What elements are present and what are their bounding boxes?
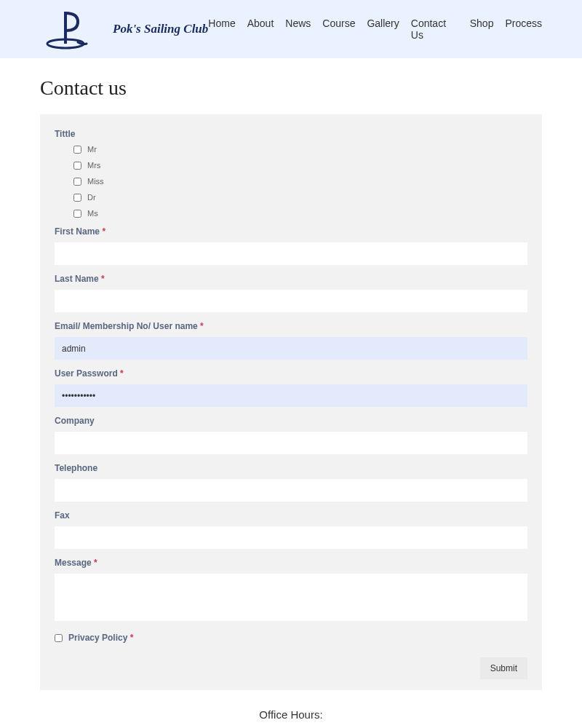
first-name-input[interactable] <box>55 242 527 265</box>
last-name-label: Last Name <box>55 274 99 284</box>
contact-form: Tittle Mr Mrs Miss Dr Ms First Name * La… <box>40 114 542 690</box>
nav-about[interactable]: About <box>247 17 274 41</box>
required-asterisk: * <box>94 558 97 568</box>
header: Pok's Sailing Club Home About News Cours… <box>0 0 582 58</box>
nav-home[interactable]: Home <box>208 17 235 41</box>
message-label: Message <box>55 558 92 568</box>
nav-shop[interactable]: Shop <box>470 17 494 41</box>
required-asterisk: * <box>101 274 105 284</box>
title-label: Tittle <box>55 129 527 139</box>
telephone-input[interactable] <box>55 479 527 502</box>
company-label: Company <box>55 416 527 426</box>
title-option-label: Dr <box>87 193 96 202</box>
last-name-input[interactable] <box>55 290 527 312</box>
telephone-label: Telephone <box>55 463 527 473</box>
password-label: User Password <box>55 368 118 379</box>
fax-field: Fax <box>55 510 527 549</box>
message-field: Message * <box>55 558 527 624</box>
main-nav: Home About News Course Gallery Contact U… <box>208 17 542 41</box>
office-hours: Office Hours: Mon-Fri 8:00 am- 5:00 pm S… <box>0 690 582 728</box>
telephone-field: Telephone <box>55 463 527 502</box>
hours-heading: Office Hours: <box>0 708 582 721</box>
required-asterisk: * <box>120 368 124 379</box>
nav-gallery[interactable]: Gallery <box>367 17 399 41</box>
company-input[interactable] <box>55 432 527 454</box>
privacy-field: Privacy Policy * <box>55 633 527 643</box>
logo <box>40 7 98 51</box>
first-name-label: First Name <box>55 226 100 237</box>
password-input[interactable] <box>55 384 527 407</box>
fax-input[interactable] <box>55 526 527 549</box>
title-checkbox-mr[interactable] <box>73 146 81 154</box>
title-checkbox-miss[interactable] <box>73 178 81 186</box>
privacy-checkbox[interactable] <box>55 634 63 642</box>
last-name-field: Last Name * <box>55 274 527 312</box>
company-field: Company <box>55 416 527 454</box>
email-label: Email/ Membership No/ User name <box>55 321 198 331</box>
submit-button[interactable]: Submit <box>480 657 527 679</box>
title-option-label: Mrs <box>87 161 100 170</box>
title-checkbox-mrs[interactable] <box>73 162 81 170</box>
first-name-field: First Name * <box>55 226 527 265</box>
email-input[interactable] <box>55 337 527 360</box>
page-title: Contact us <box>0 58 582 114</box>
message-input[interactable] <box>55 574 527 621</box>
nav-course[interactable]: Course <box>322 17 355 41</box>
required-asterisk: * <box>200 321 204 331</box>
nav-news[interactable]: News <box>285 17 311 41</box>
title-checkbox-ms[interactable] <box>73 210 81 218</box>
title-option-label: Ms <box>87 209 98 218</box>
required-asterisk: * <box>102 226 105 237</box>
required-asterisk: * <box>130 633 134 643</box>
title-option-label: Mr <box>87 145 97 154</box>
site-title: Pok's Sailing Club <box>113 22 208 36</box>
nav-contact[interactable]: Contact Us <box>411 17 458 41</box>
title-checkbox-dr[interactable] <box>73 194 81 202</box>
email-field: Email/ Membership No/ User name * <box>55 321 527 360</box>
password-field: User Password * <box>55 368 527 407</box>
nav-process[interactable]: Process <box>505 17 542 41</box>
privacy-label: Privacy Policy <box>68 633 127 643</box>
title-option-label: Miss <box>87 177 104 186</box>
title-field: Tittle Mr Mrs Miss Dr Ms <box>55 129 527 218</box>
fax-label: Fax <box>55 510 527 521</box>
